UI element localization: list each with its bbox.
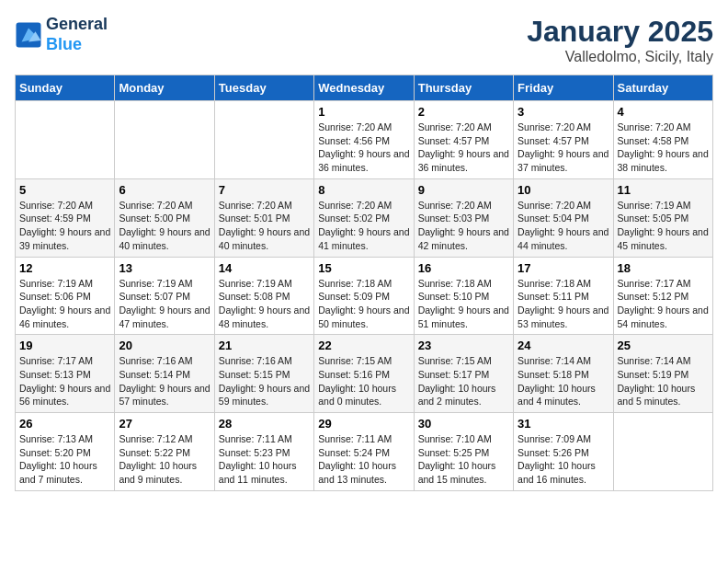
day-number: 7	[219, 183, 310, 197]
day-info: Sunrise: 7:20 AM Sunset: 4:56 PM Dayligh…	[318, 121, 409, 175]
calendar-cell: 27Sunrise: 7:12 AM Sunset: 5:22 PM Dayli…	[115, 413, 214, 491]
title-block: January 2025 Valledolmo, Sicily, Italy	[527, 15, 713, 65]
day-info: Sunrise: 7:19 AM Sunset: 5:08 PM Dayligh…	[219, 277, 310, 331]
day-number: 9	[418, 183, 509, 197]
day-info: Sunrise: 7:18 AM Sunset: 5:10 PM Dayligh…	[418, 277, 509, 331]
day-number: 12	[19, 261, 110, 275]
weekday-header: Wednesday	[314, 75, 414, 101]
day-number: 23	[418, 339, 509, 352]
day-info: Sunrise: 7:18 AM Sunset: 5:11 PM Dayligh…	[518, 277, 609, 331]
day-number: 25	[618, 339, 709, 352]
logo-line1: General	[46, 15, 108, 35]
weekday-header: Thursday	[414, 75, 513, 101]
day-number: 28	[219, 417, 310, 431]
calendar-cell: 7Sunrise: 7:20 AM Sunset: 5:01 PM Daylig…	[214, 178, 313, 257]
calendar-cell: 24Sunrise: 7:14 AM Sunset: 5:18 PM Dayli…	[514, 335, 613, 413]
day-number: 17	[518, 261, 609, 275]
day-number: 31	[518, 417, 609, 431]
calendar-cell: 13Sunrise: 7:19 AM Sunset: 5:07 PM Dayli…	[115, 257, 214, 335]
calendar-cell: 5Sunrise: 7:20 AM Sunset: 4:59 PM Daylig…	[16, 178, 115, 257]
calendar-cell: 23Sunrise: 7:15 AM Sunset: 5:17 PM Dayli…	[414, 335, 513, 413]
weekday-header: Monday	[115, 75, 214, 101]
day-info: Sunrise: 7:20 AM Sunset: 4:57 PM Dayligh…	[518, 121, 609, 175]
weekday-header: Saturday	[613, 75, 712, 101]
day-number: 19	[19, 339, 110, 352]
day-info: Sunrise: 7:14 AM Sunset: 5:19 PM Dayligh…	[618, 354, 709, 408]
day-number: 5	[19, 183, 110, 197]
day-number: 11	[618, 183, 709, 197]
calendar-week-row: 5Sunrise: 7:20 AM Sunset: 4:59 PM Daylig…	[16, 178, 713, 257]
calendar: SundayMondayTuesdayWednesdayThursdayFrid…	[15, 75, 713, 491]
day-number: 22	[318, 339, 409, 352]
calendar-cell: 15Sunrise: 7:18 AM Sunset: 5:09 PM Dayli…	[314, 257, 414, 335]
day-info: Sunrise: 7:19 AM Sunset: 5:06 PM Dayligh…	[19, 277, 110, 331]
day-info: Sunrise: 7:18 AM Sunset: 5:09 PM Dayligh…	[318, 277, 409, 331]
day-info: Sunrise: 7:20 AM Sunset: 4:57 PM Dayligh…	[418, 121, 509, 175]
day-info: Sunrise: 7:19 AM Sunset: 5:07 PM Dayligh…	[119, 277, 210, 331]
calendar-cell: 31Sunrise: 7:09 AM Sunset: 5:26 PM Dayli…	[514, 413, 613, 491]
day-info: Sunrise: 7:20 AM Sunset: 4:58 PM Dayligh…	[618, 121, 709, 175]
day-info: Sunrise: 7:09 AM Sunset: 5:26 PM Dayligh…	[518, 432, 609, 487]
day-info: Sunrise: 7:20 AM Sunset: 5:00 PM Dayligh…	[119, 199, 210, 253]
calendar-week-row: 26Sunrise: 7:13 AM Sunset: 5:20 PM Dayli…	[16, 413, 713, 491]
calendar-cell: 11Sunrise: 7:19 AM Sunset: 5:05 PM Dayli…	[613, 178, 712, 257]
day-number: 18	[618, 261, 709, 275]
location: Valledolmo, Sicily, Italy	[527, 49, 713, 65]
calendar-cell: 1Sunrise: 7:20 AM Sunset: 4:56 PM Daylig…	[314, 101, 414, 179]
calendar-week-row: 1Sunrise: 7:20 AM Sunset: 4:56 PM Daylig…	[16, 101, 713, 179]
day-number: 2	[418, 105, 509, 119]
day-number: 1	[318, 105, 409, 119]
day-info: Sunrise: 7:11 AM Sunset: 5:23 PM Dayligh…	[219, 432, 310, 487]
day-number: 6	[119, 183, 210, 197]
calendar-week-row: 19Sunrise: 7:17 AM Sunset: 5:13 PM Dayli…	[16, 335, 713, 413]
day-number: 21	[219, 339, 310, 352]
day-number: 27	[119, 417, 210, 431]
day-info: Sunrise: 7:13 AM Sunset: 5:20 PM Dayligh…	[19, 432, 110, 487]
logo: General Blue	[15, 15, 108, 54]
day-number: 20	[119, 339, 210, 352]
day-number: 10	[518, 183, 609, 197]
calendar-cell: 4Sunrise: 7:20 AM Sunset: 4:58 PM Daylig…	[613, 101, 712, 179]
calendar-cell: 8Sunrise: 7:20 AM Sunset: 5:02 PM Daylig…	[314, 178, 414, 257]
day-info: Sunrise: 7:19 AM Sunset: 5:05 PM Dayligh…	[618, 199, 709, 253]
weekday-header: Sunday	[16, 75, 115, 101]
day-info: Sunrise: 7:12 AM Sunset: 5:22 PM Dayligh…	[119, 432, 210, 487]
day-info: Sunrise: 7:10 AM Sunset: 5:25 PM Dayligh…	[418, 432, 509, 487]
day-number: 15	[318, 261, 409, 275]
calendar-cell: 21Sunrise: 7:16 AM Sunset: 5:15 PM Dayli…	[214, 335, 313, 413]
day-number: 14	[219, 261, 310, 275]
weekday-header: Friday	[514, 75, 613, 101]
calendar-cell: 10Sunrise: 7:20 AM Sunset: 5:04 PM Dayli…	[514, 178, 613, 257]
weekday-header-row: SundayMondayTuesdayWednesdayThursdayFrid…	[16, 75, 713, 101]
day-number: 3	[518, 105, 609, 119]
day-info: Sunrise: 7:20 AM Sunset: 5:02 PM Dayligh…	[318, 199, 409, 253]
calendar-cell: 6Sunrise: 7:20 AM Sunset: 5:00 PM Daylig…	[115, 178, 214, 257]
calendar-cell	[115, 101, 214, 179]
calendar-cell: 20Sunrise: 7:16 AM Sunset: 5:14 PM Dayli…	[115, 335, 214, 413]
month-title: January 2025	[527, 15, 713, 49]
logo-line2: Blue	[46, 35, 108, 55]
day-number: 8	[318, 183, 409, 197]
day-info: Sunrise: 7:16 AM Sunset: 5:14 PM Dayligh…	[119, 354, 210, 408]
calendar-cell	[613, 413, 712, 491]
calendar-cell	[214, 101, 313, 179]
calendar-cell: 30Sunrise: 7:10 AM Sunset: 5:25 PM Dayli…	[414, 413, 513, 491]
day-number: 24	[518, 339, 609, 352]
calendar-cell: 26Sunrise: 7:13 AM Sunset: 5:20 PM Dayli…	[16, 413, 115, 491]
day-number: 26	[19, 417, 110, 431]
logo-text: General Blue	[46, 15, 108, 54]
day-info: Sunrise: 7:17 AM Sunset: 5:12 PM Dayligh…	[618, 277, 709, 331]
day-number: 30	[418, 417, 509, 431]
calendar-cell: 18Sunrise: 7:17 AM Sunset: 5:12 PM Dayli…	[613, 257, 712, 335]
weekday-header: Tuesday	[214, 75, 313, 101]
page-header: General Blue January 2025 Valledolmo, Si…	[15, 15, 713, 65]
day-info: Sunrise: 7:20 AM Sunset: 5:01 PM Dayligh…	[219, 199, 310, 253]
calendar-cell: 19Sunrise: 7:17 AM Sunset: 5:13 PM Dayli…	[16, 335, 115, 413]
day-number: 29	[318, 417, 409, 431]
day-info: Sunrise: 7:20 AM Sunset: 5:03 PM Dayligh…	[418, 199, 509, 253]
calendar-cell: 22Sunrise: 7:15 AM Sunset: 5:16 PM Dayli…	[314, 335, 414, 413]
calendar-cell: 28Sunrise: 7:11 AM Sunset: 5:23 PM Dayli…	[214, 413, 313, 491]
calendar-week-row: 12Sunrise: 7:19 AM Sunset: 5:06 PM Dayli…	[16, 257, 713, 335]
day-info: Sunrise: 7:16 AM Sunset: 5:15 PM Dayligh…	[219, 354, 310, 408]
day-info: Sunrise: 7:15 AM Sunset: 5:16 PM Dayligh…	[318, 354, 409, 408]
